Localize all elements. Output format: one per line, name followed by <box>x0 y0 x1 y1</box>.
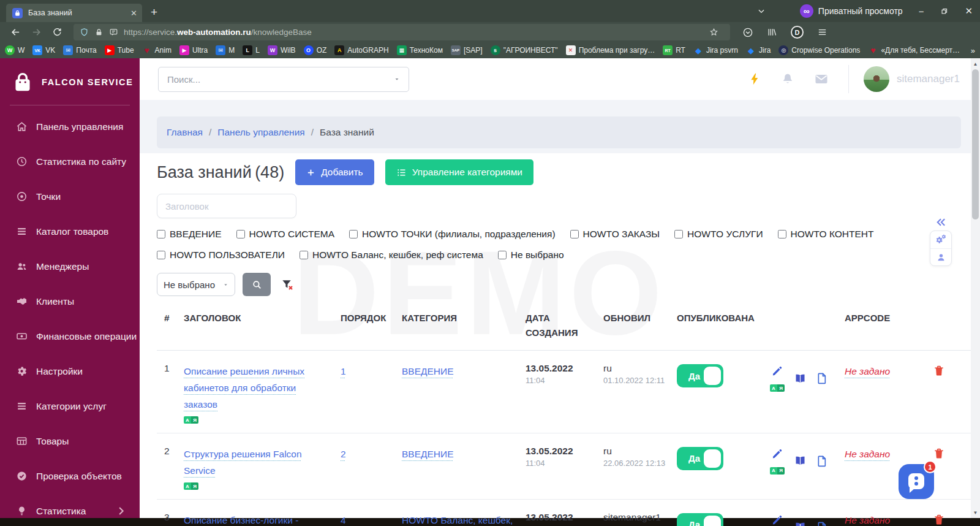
bookmark-item[interactable]: ▶Ultra <box>179 45 208 55</box>
bell-icon[interactable] <box>781 72 794 86</box>
sidebar-item-dashboard[interactable]: Панель управления <box>0 109 140 144</box>
clear-filter-icon[interactable] <box>281 278 295 292</box>
sidebar-item-managers[interactable]: Менеджеры <box>0 249 140 284</box>
book-icon[interactable] <box>794 365 807 392</box>
trash-icon[interactable] <box>907 512 971 526</box>
bookmark-item[interactable]: s"АГРОИНВЕСТ" <box>491 45 558 55</box>
bookmark-item[interactable]: ♥Anim <box>142 45 172 55</box>
user-avatar[interactable] <box>864 66 889 92</box>
tab-close-icon[interactable]: ✕ <box>130 9 137 18</box>
page-scrollbar[interactable]: ▲ ▼ <box>971 58 980 518</box>
browser-tab[interactable]: База знаний ✕ <box>6 4 142 22</box>
url-bar[interactable]: https://service.web-automation.ru/knowle… <box>74 24 730 40</box>
edit-pencil-icon[interactable] <box>771 365 783 377</box>
bookmark-item[interactable]: ◆Jira <box>746 45 771 55</box>
title-filter-input[interactable] <box>157 194 296 218</box>
book-icon[interactable] <box>794 514 807 526</box>
bookmark-item[interactable]: WWilB <box>268 45 296 55</box>
filter-checkbox[interactable]: Не выбрано <box>498 250 564 261</box>
browser-profile-avatar[interactable]: D <box>791 26 804 39</box>
order-link[interactable]: 1 <box>341 366 346 376</box>
bolt-icon[interactable] <box>748 72 761 86</box>
sidebar-item-object-check[interactable]: Проверка объектов <box>0 459 140 494</box>
sidebar-item-points[interactable]: Точки <box>0 179 140 214</box>
bookmark-item[interactable]: ✕Проблема при загру… <box>566 45 655 55</box>
sidebar-item-catalog[interactable]: Каталог товаров <box>0 214 140 249</box>
edit-pencil-icon[interactable] <box>771 448 783 460</box>
edit-pencil-icon[interactable] <box>771 514 783 526</box>
new-tab-button[interactable]: + <box>151 6 157 19</box>
reload-icon[interactable] <box>52 27 62 37</box>
bookmark-item[interactable]: ◆Jira psvrn <box>693 45 738 55</box>
filter-checkbox[interactable]: HOWTO ПОЛЬЗОВАТЕЛИ <box>157 250 285 261</box>
trash-icon[interactable] <box>907 363 971 377</box>
username[interactable]: sitemanager1 <box>897 73 960 85</box>
sidebar-item-settings[interactable]: Настройки <box>0 354 140 389</box>
article-title-link[interactable]: Структура решения Falcon Service <box>184 449 302 476</box>
lock-icon[interactable] <box>94 28 104 37</box>
sidebar-item-site-stats[interactable]: Статистика по сайту <box>0 144 140 179</box>
bookmark-item[interactable]: ♥«Для тебя, Бессмерт… <box>868 45 960 55</box>
tracking-shield-icon[interactable] <box>80 28 89 37</box>
article-title-link[interactable]: Описание бизнес-логики - баллы, баланс, … <box>184 515 298 526</box>
bookmark-item[interactable]: WW <box>5 45 24 55</box>
book-icon[interactable] <box>794 448 807 475</box>
global-search-select[interactable]: Поиск... <box>158 67 409 92</box>
scroll-down-icon[interactable]: ▼ <box>971 508 980 517</box>
manage-categories-button[interactable]: Управление категориями <box>385 159 533 185</box>
file-icon[interactable] <box>816 448 828 475</box>
chevrons-left-collapse-icon[interactable] <box>935 216 948 229</box>
order-link[interactable]: 2 <box>341 449 346 459</box>
breadcrumb-home-link[interactable]: Главная <box>167 127 203 138</box>
file-icon[interactable] <box>816 365 828 392</box>
sidebar-item-service-categories[interactable]: Категории услуг <box>0 389 140 424</box>
list-tabs-chevron-icon[interactable] <box>757 7 766 15</box>
scrollbar-thumb[interactable] <box>972 69 979 219</box>
category-select[interactable]: Не выбрано <box>157 273 235 296</box>
trash-icon[interactable] <box>907 446 971 460</box>
scroll-up-icon[interactable]: ▲ <box>971 59 980 68</box>
bookmark-item[interactable]: LL <box>243 45 260 55</box>
brand[interactable]: FALCON SERVICE <box>0 58 140 104</box>
chat-widget-button[interactable]: 1 <box>899 464 934 499</box>
published-toggle[interactable]: Да <box>677 364 723 387</box>
filter-checkbox[interactable]: HOWTO Баланс, кешбек, реф система <box>300 250 483 261</box>
bookmark-item[interactable]: OOZ <box>304 45 327 55</box>
filter-checkbox[interactable]: HOWTO УСЛУГИ <box>674 229 763 240</box>
restore-button[interactable] <box>940 7 949 16</box>
category-link[interactable]: ВВЕДЕНИЕ <box>402 366 454 376</box>
back-icon[interactable] <box>10 27 21 37</box>
library-icon[interactable] <box>767 27 777 37</box>
published-toggle[interactable]: Да <box>677 447 723 470</box>
appcode-link[interactable]: Не задано <box>845 514 890 525</box>
published-toggle[interactable]: Да <box>677 513 723 526</box>
sidebar-item-finance[interactable]: Финансовые операции <box>0 319 140 354</box>
appcode-link[interactable]: Не задано <box>845 448 890 459</box>
gears-icon[interactable] <box>930 231 951 248</box>
mail-icon[interactable] <box>814 72 829 86</box>
file-icon[interactable] <box>816 514 828 526</box>
bookmark-item[interactable]: VKVK <box>32 45 55 55</box>
pocket-icon[interactable] <box>742 27 753 38</box>
sidebar-item-goods[interactable]: Товары <box>0 424 140 459</box>
appcode-link[interactable]: Не задано <box>845 365 890 376</box>
bookmark-item[interactable]: ◎Cropwise Operations <box>778 45 860 55</box>
person-icon[interactable] <box>930 248 951 266</box>
add-button[interactable]: Добавить <box>295 159 374 185</box>
forward-icon[interactable] <box>31 27 42 37</box>
sidebar-item-clients[interactable]: Клиенты <box>0 284 140 319</box>
filter-checkbox[interactable]: HOWTO ЗАКАЗЫ <box>570 229 660 240</box>
search-button[interactable] <box>243 273 271 296</box>
category-link[interactable]: ВВЕДЕНИЕ <box>402 449 454 459</box>
filter-checkbox[interactable]: HOWTO СИСТЕМА <box>236 229 335 240</box>
bookmark-item[interactable]: RTRT <box>663 45 685 55</box>
filter-checkbox[interactable]: ВВЕДЕНИЕ <box>157 229 222 240</box>
sidebar-item-statistics[interactable]: Статистика <box>0 494 140 518</box>
bookmark-item[interactable]: ▦ТехноКом <box>397 45 443 55</box>
bookmark-item[interactable]: ✉Почта <box>63 45 96 55</box>
bookmarks-overflow-chevron[interactable]: » <box>966 42 975 58</box>
article-title-link[interactable]: Описание решения личных кабинетов для об… <box>184 366 304 410</box>
bookmark-item[interactable]: ✉M <box>216 45 235 55</box>
bookmark-item[interactable]: AAutoGRAPH <box>334 45 388 55</box>
order-link[interactable]: 4 <box>341 515 346 525</box>
